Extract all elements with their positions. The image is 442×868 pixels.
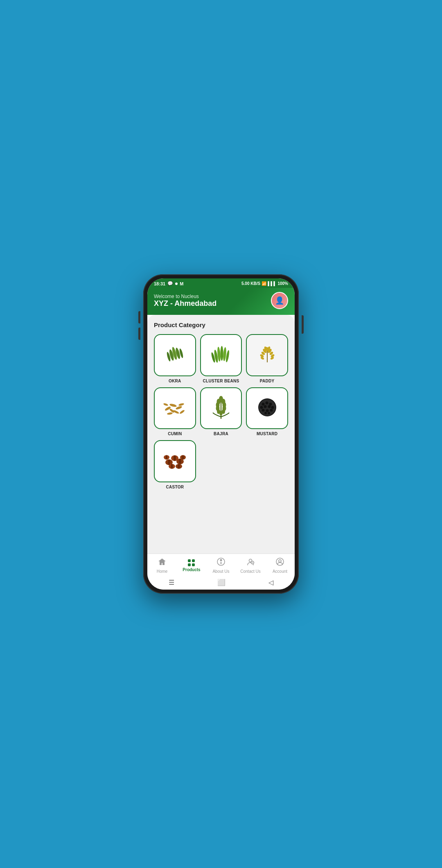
nav-item-about-us[interactable]: About Us: [206, 557, 236, 574]
nav-products-label: Products: [183, 567, 200, 572]
svg-point-65: [179, 459, 181, 464]
svg-point-75: [220, 559, 222, 561]
svg-point-34: [163, 402, 168, 406]
android-menu-button[interactable]: ☰: [169, 579, 174, 586]
contact-icon: [246, 557, 255, 568]
product-card-cluster-beans[interactable]: [200, 334, 242, 376]
product-item-castor[interactable]: CASTOR: [154, 440, 196, 489]
svg-point-67: [171, 464, 173, 469]
svg-point-80: [279, 560, 281, 562]
svg-point-63: [174, 455, 176, 461]
cumin-label: CUMIN: [168, 432, 182, 436]
bajra-label: BAJRA: [214, 432, 228, 436]
wifi-icon: 📶: [262, 281, 266, 286]
products-icon: [188, 559, 195, 567]
product-item-bajra[interactable]: BAJRA: [200, 387, 242, 436]
main-content: Product Category: [147, 315, 295, 554]
bottom-nav: Home Products: [147, 554, 295, 575]
whatsapp-icon: 💬: [167, 281, 173, 286]
home-icon: [158, 557, 167, 568]
product-card-bajra[interactable]: [200, 387, 242, 429]
product-item-cumin[interactable]: CUMIN: [154, 387, 196, 436]
signal-icon: ▌▌▌: [268, 281, 276, 286]
paddy-icon: [255, 342, 280, 368]
paddy-label: PADDY: [260, 379, 275, 383]
svg-point-52: [264, 405, 266, 408]
gmail-icon: M: [180, 281, 183, 286]
nav-item-home[interactable]: Home: [147, 557, 177, 574]
android-home-button[interactable]: ⬜: [217, 579, 226, 586]
about-icon: [216, 557, 226, 568]
header-title: XYZ - Ahmedabad: [154, 299, 216, 308]
android-back-button[interactable]: ◁: [268, 579, 273, 586]
battery-indicator: 100%: [277, 281, 288, 286]
nav-item-account[interactable]: Account: [265, 557, 295, 574]
user-avatar[interactable]: 👤: [271, 292, 288, 309]
svg-point-57: [270, 409, 273, 412]
svg-point-56: [266, 409, 268, 412]
svg-point-26: [164, 406, 171, 411]
nav-account-label: Account: [273, 569, 287, 574]
android-nav-bar: ☰ ⬜ ◁: [147, 575, 295, 590]
phone-frame: 18:31 💬 M 5.00 KB/S 📶 ▌▌▌ 100% Welcome t…: [143, 274, 299, 594]
svg-point-59: [268, 412, 270, 414]
bajra-icon: [209, 394, 233, 423]
cumin-icon: [162, 396, 188, 420]
mustard-label: MUSTARD: [257, 432, 277, 436]
product-card-mustard[interactable]: [246, 387, 288, 429]
svg-point-54: [271, 406, 274, 409]
nav-item-products[interactable]: Products: [177, 559, 206, 572]
dot-icon: [175, 283, 178, 285]
app-header: Welcome to Nucleus XYZ - Ahmedabad 👤: [147, 288, 295, 315]
svg-point-45: [219, 411, 223, 416]
mustard-icon: [255, 395, 280, 421]
svg-point-69: [178, 464, 180, 469]
svg-point-58: [264, 412, 267, 414]
product-card-okra[interactable]: [154, 334, 196, 376]
nav-about-label: About Us: [212, 569, 229, 574]
vol-up-button[interactable]: [138, 311, 140, 323]
product-card-cumin[interactable]: [154, 387, 196, 429]
svg-point-31: [179, 409, 185, 414]
svg-point-48: [262, 403, 264, 406]
castor-icon: [162, 449, 188, 473]
network-speed: 5.00 KB/S: [241, 281, 260, 286]
product-item-okra[interactable]: OKRA: [154, 334, 196, 383]
svg-point-50: [269, 403, 272, 406]
section-title: Product Category: [154, 321, 288, 328]
nav-contact-label: Contact Us: [240, 569, 260, 574]
cluster-beans-label: CLUSTER BEANS: [203, 379, 239, 383]
svg-point-53: [268, 405, 271, 408]
power-button[interactable]: [302, 315, 304, 334]
castor-label: CASTOR: [166, 485, 184, 489]
product-item-cluster-beans[interactable]: CLUSTER BEANS: [200, 334, 242, 383]
svg-point-10: [220, 346, 223, 361]
status-time: 18:31: [154, 281, 165, 286]
svg-point-33: [178, 402, 184, 406]
svg-point-55: [262, 409, 264, 412]
svg-point-51: [260, 406, 263, 409]
cluster-beans-icon: [209, 342, 233, 368]
svg-point-73: [182, 455, 184, 460]
product-item-paddy[interactable]: PADDY: [246, 334, 288, 383]
nav-home-label: Home: [157, 569, 168, 574]
header-welcome: Welcome to Nucleus: [154, 294, 216, 299]
product-item-mustard[interactable]: MUSTARD: [246, 387, 288, 436]
account-icon: [275, 557, 284, 568]
product-card-paddy[interactable]: [246, 334, 288, 376]
svg-point-61: [168, 459, 170, 465]
svg-point-30: [167, 412, 173, 415]
nav-item-contact-us[interactable]: Contact Us: [236, 557, 265, 574]
svg-point-49: [265, 402, 268, 405]
okra-label: OKRA: [169, 379, 181, 383]
okra-icon: [162, 342, 187, 368]
status-bar: 18:31 💬 M 5.00 KB/S 📶 ▌▌▌ 100%: [147, 278, 295, 288]
product-card-castor[interactable]: [154, 440, 196, 482]
product-grid: OKRA: [154, 334, 288, 489]
svg-point-71: [166, 455, 167, 460]
vol-down-button[interactable]: [138, 328, 140, 340]
phone-screen: 18:31 💬 M 5.00 KB/S 📶 ▌▌▌ 100% Welcome t…: [147, 278, 295, 590]
